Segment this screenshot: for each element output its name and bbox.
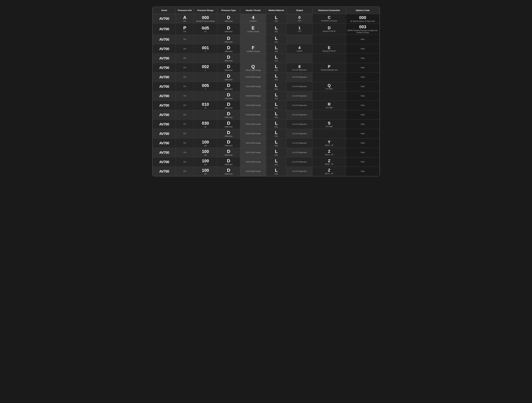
options-sub: Filled (347, 57, 378, 59)
serial-value: AV700 (159, 47, 169, 51)
header-thread-sub: 7/16-20 UNF Female (241, 142, 265, 144)
pressure-unit-sub: PSI (177, 114, 192, 116)
cell-wetted-material: L316L (266, 110, 287, 120)
pressure-range-sub: 100 (195, 145, 216, 147)
pressure-range-sub: Standard Pressure Range (195, 20, 216, 22)
pressure-unit-sub: PSI (177, 142, 192, 144)
electrical-sub: 1m Cable (314, 88, 344, 90)
cell-pressure-type: DDifferential (217, 148, 240, 157)
pressure-type-code: D (218, 25, 239, 31)
cell-output: 0.5-4.5V Ratiometric (287, 82, 312, 91)
cell-wetted-material: L316L (266, 35, 287, 44)
pressure-unit-sub: PSI (177, 48, 192, 50)
pressure-unit-sub: PSI (177, 57, 192, 59)
cell-wetted-material: L316L (266, 148, 287, 157)
cell-serial: AV700 (152, 35, 176, 44)
pressure-range-sub: 100 (195, 173, 216, 175)
header-thread-sub: 1/8 MNPT Female (241, 50, 265, 52)
cell-pressure-range (194, 73, 217, 82)
cell-options-code: Filled (346, 91, 380, 101)
cell-pressure-range: 0011 (194, 44, 217, 54)
cell-pressure-unit: PSI (176, 120, 194, 129)
cell-pressure-range: 000Standard Pressure Range (194, 14, 217, 23)
cell-header-thread: 7/16-20 UNF Female (240, 91, 266, 101)
cell-pressure-unit: PSI (176, 82, 194, 91)
cell-serial: AV700 (152, 44, 176, 54)
pressure-range-code: 001 (195, 45, 216, 50)
wetted-sub: 316L (267, 20, 285, 22)
cell-pressure-range: 03030 (194, 120, 217, 129)
serial-value: AV700 (159, 17, 169, 21)
header-thread-code: F (241, 45, 265, 50)
cell-header-thread: E1/4 NPT Female (240, 23, 266, 35)
pressure-unit-sub: PSI (177, 161, 192, 163)
cell-output: 0.5-4.5V Ratiometric (287, 129, 312, 138)
table-row: AV700PSIDDifferentialL316LFilled (152, 54, 380, 63)
header-wetted-material: Wetted Material (266, 7, 287, 14)
options-sub: Filled (347, 151, 378, 154)
pressure-type-code: D (218, 149, 239, 154)
output-sub: 4-20mA (288, 50, 311, 52)
pressure-type-code: D (218, 168, 239, 173)
wetted-code: L (267, 111, 285, 116)
electrical-sub: Deutsch DT04-4P (314, 50, 344, 52)
cell-output: 0.5-4.5V Ratiometric (287, 148, 312, 157)
cell-serial: AV700 (152, 73, 176, 82)
cell-pressure-unit: PSI (176, 91, 194, 101)
electrical-sub: Packard Metripack 150 (314, 69, 344, 71)
serial-value: AV700 (159, 160, 169, 164)
pressure-range-sub: 100 (195, 163, 216, 166)
header-thread-sub: 7/16-20 UNF Female (241, 133, 265, 135)
cell-serial: AV700 (152, 120, 176, 129)
options-sub: Filled (347, 123, 378, 125)
pressure-type-sub: Differential (218, 60, 239, 62)
cell-serial: AV700 (152, 63, 176, 73)
cell-pressure-type: DDifferential (217, 35, 240, 44)
cell-pressure-type: DDifferential (217, 14, 240, 23)
cell-pressure-unit: PSI (176, 138, 194, 148)
options-sub: No Special Options (3-Digit Code) (347, 20, 378, 22)
pressure-range-code: 002 (195, 64, 216, 69)
header-thread-sub: 7/16-20 UNF Female (241, 86, 265, 87)
pressure-range-sub: 1 (195, 50, 216, 52)
serial-value: AV700 (159, 141, 169, 145)
header-thread-sub: 7/16-20 UNF Female (241, 151, 265, 154)
cell-wetted-material: L316L (266, 23, 287, 35)
header-thread-sub: 7/16-20 UNF Female (241, 95, 265, 97)
wetted-sub: 316L (267, 154, 285, 156)
pressure-unit-sub: PSI (177, 86, 192, 87)
pressure-unit-sub: kPa (177, 20, 192, 22)
options-sub: Filled (347, 114, 378, 116)
cell-pressure-unit: PSI (176, 54, 194, 63)
cell-pressure-range (194, 110, 217, 120)
cell-header-thread (240, 35, 266, 44)
cell-pressure-range (194, 35, 217, 44)
electrical-code: D (314, 26, 344, 30)
pressure-range-code: 005 (195, 83, 216, 88)
cell-wetted-material: L316L (266, 138, 287, 148)
cell-options-code: Filled (346, 54, 380, 63)
electrical-sub: M12x1 - 4P (314, 144, 344, 146)
cell-header-thread: 7/16-20 UNF Female (240, 138, 266, 148)
cell-header-thread (240, 54, 266, 63)
pressure-type-code: D (218, 74, 239, 79)
cell-output (287, 35, 312, 44)
output-sub: 0.5-4.5V Ratiometric (288, 69, 311, 71)
pressure-type-sub: Differential (218, 69, 239, 71)
cell-pressure-range: 100100 (194, 157, 217, 167)
cell-serial: AV700 (152, 101, 176, 110)
cell-electrical-connection: ZM12x1 - 5P (312, 148, 346, 157)
cell-serial: AV700 (152, 148, 176, 157)
cell-output: 44-20mA (287, 44, 312, 54)
options-code-value: 003 (347, 24, 378, 29)
cell-serial: AV700 (152, 157, 176, 167)
serial-value: AV700 (159, 169, 169, 174)
pressure-range-code: 100 (195, 140, 216, 145)
wetted-sub: 316L (267, 88, 285, 90)
cell-options-code: Filled (346, 129, 380, 138)
cell-pressure-range: 100100 (194, 167, 217, 176)
cell-serial: AV700 (152, 110, 176, 120)
pressure-type-sub: Differential (218, 145, 239, 147)
cell-options-code: 000No Special Options (3-Digit Code) (346, 14, 380, 23)
cell-wetted-material: L316L (266, 101, 287, 110)
